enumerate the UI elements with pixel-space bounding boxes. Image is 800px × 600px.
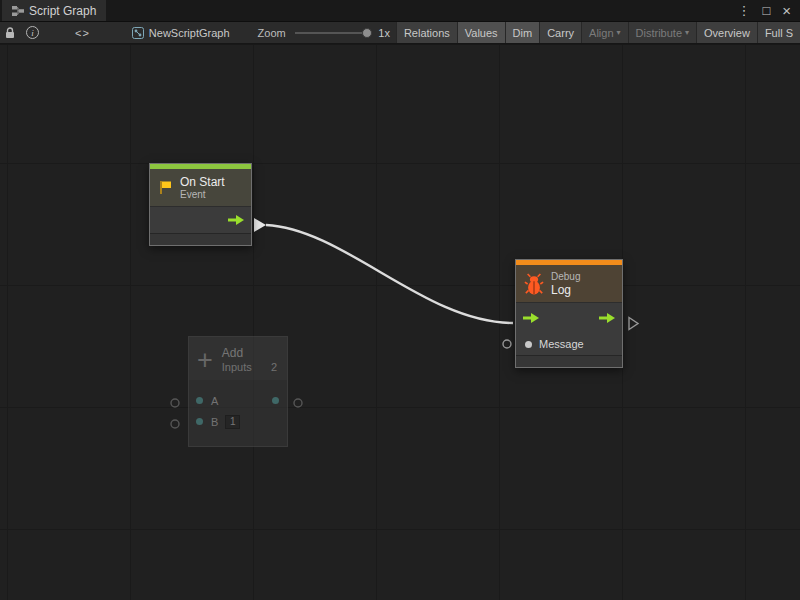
toolbar-button-group: Relations Values Dim Carry Align ▾ Distr… xyxy=(396,22,800,43)
toolbar-button-distribute[interactable]: Distribute ▾ xyxy=(628,22,696,43)
ghost-port-indicator-sum xyxy=(294,399,302,407)
port-b-label: B xyxy=(211,416,218,428)
message-port-label: Message xyxy=(539,338,584,350)
trigger-output-port[interactable] xyxy=(227,214,245,226)
node-on-start[interactable]: On Start Event xyxy=(149,163,252,246)
maximize-icon[interactable]: □ xyxy=(762,4,770,17)
node-title: Log xyxy=(551,283,580,297)
info-icon: i xyxy=(26,26,39,39)
connection-wire xyxy=(266,225,513,323)
port-row-a: A xyxy=(189,390,287,411)
toolbar-button-carry[interactable]: Carry xyxy=(539,22,581,43)
toolbar-button-values[interactable]: Values xyxy=(457,22,505,43)
code-icon: <> xyxy=(75,27,90,39)
trigger-output-port[interactable] xyxy=(598,312,616,324)
node-debug-log[interactable]: Debug Log Message xyxy=(515,259,623,368)
plus-icon: + xyxy=(197,348,213,372)
exit-port-indicator xyxy=(629,318,638,330)
node-footer xyxy=(516,355,622,367)
chevron-down-icon: ▾ xyxy=(617,28,621,37)
toolbar-button-overview[interactable]: Overview xyxy=(696,22,757,43)
flag-icon xyxy=(158,180,173,195)
inspect-button[interactable]: i xyxy=(15,22,39,43)
message-input-port[interactable] xyxy=(525,341,532,348)
node-add-preview[interactable]: + Add Inputs 2 A B 1 xyxy=(188,336,288,447)
ghost-port-indicator-b xyxy=(171,420,179,428)
inputs-count: 2 xyxy=(271,361,277,373)
wires-overlay xyxy=(0,45,800,600)
toolbar-button-align[interactable]: Align ▾ xyxy=(581,22,627,43)
tab-script-graph[interactable]: Script Graph xyxy=(2,0,106,21)
close-icon[interactable]: × xyxy=(782,3,791,18)
node-subtitle: Debug xyxy=(551,271,580,283)
pane-menu-icon[interactable]: ⋮ xyxy=(737,4,750,17)
node-subtitle: Event xyxy=(180,189,225,201)
graph-canvas[interactable]: On Start Event xyxy=(0,45,800,600)
lock-icon xyxy=(5,27,15,39)
port-a-label: A xyxy=(211,395,218,407)
inputs-label: Inputs xyxy=(222,361,252,373)
sum-output-port[interactable] xyxy=(272,397,279,404)
edit-script-button[interactable]: <> xyxy=(39,22,90,43)
node-title: On Start xyxy=(180,175,225,189)
lock-button[interactable] xyxy=(0,22,15,43)
tab-title: Script Graph xyxy=(29,4,96,18)
input-port-a[interactable] xyxy=(196,397,203,404)
toolbar-button-dim[interactable]: Dim xyxy=(505,22,540,43)
node-footer xyxy=(150,233,251,245)
port-row-b: B 1 xyxy=(189,411,287,432)
chevron-down-icon: ▾ xyxy=(685,28,689,37)
toolbar-button-relations[interactable]: Relations xyxy=(396,22,457,43)
toolbar: i <> NewScriptGraph Zoom 1x Relations Va… xyxy=(0,22,800,44)
graph-name-label: NewScriptGraph xyxy=(149,27,230,39)
ghost-port-indicator-a xyxy=(171,399,179,407)
node-title: Add xyxy=(222,346,279,361)
message-port-indicator xyxy=(503,340,511,348)
zoom-slider-handle[interactable] xyxy=(362,28,372,38)
trigger-input-port[interactable] xyxy=(522,312,540,324)
input-port-b[interactable] xyxy=(196,418,203,425)
node-header[interactable]: Debug Log xyxy=(516,265,622,302)
graph-breadcrumb[interactable]: NewScriptGraph xyxy=(132,22,230,43)
graph-asset-icon xyxy=(132,27,144,39)
wire-source-arrow xyxy=(254,218,266,232)
node-header[interactable]: On Start Event xyxy=(150,169,251,206)
zoom-slider[interactable] xyxy=(295,32,369,34)
zoom-label: Zoom xyxy=(258,22,286,43)
titlebar: Script Graph ⋮ □ × xyxy=(0,0,800,22)
toolbar-button-fullscreen[interactable]: Full S xyxy=(757,22,800,43)
zoom-value: 1x xyxy=(378,22,390,43)
script-graph-tab-icon xyxy=(12,6,24,16)
port-b-value-field[interactable]: 1 xyxy=(225,415,240,429)
node-header: + Add Inputs 2 xyxy=(189,337,287,380)
bug-icon xyxy=(524,271,544,297)
